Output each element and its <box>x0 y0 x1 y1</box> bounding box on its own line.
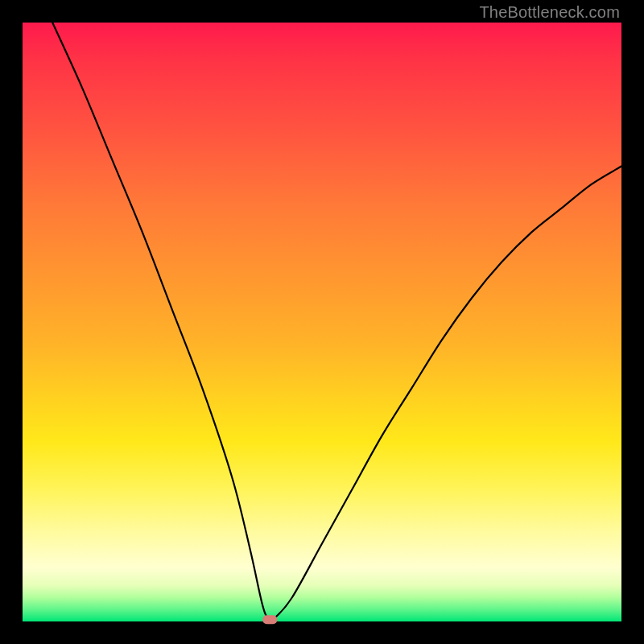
plot-area <box>23 23 621 621</box>
chart-frame: TheBottleneck.com <box>0 0 644 644</box>
watermark-text: TheBottleneck.com <box>479 3 620 22</box>
curve-svg <box>23 23 621 621</box>
bottleneck-curve <box>52 23 621 621</box>
min-marker <box>262 615 277 624</box>
